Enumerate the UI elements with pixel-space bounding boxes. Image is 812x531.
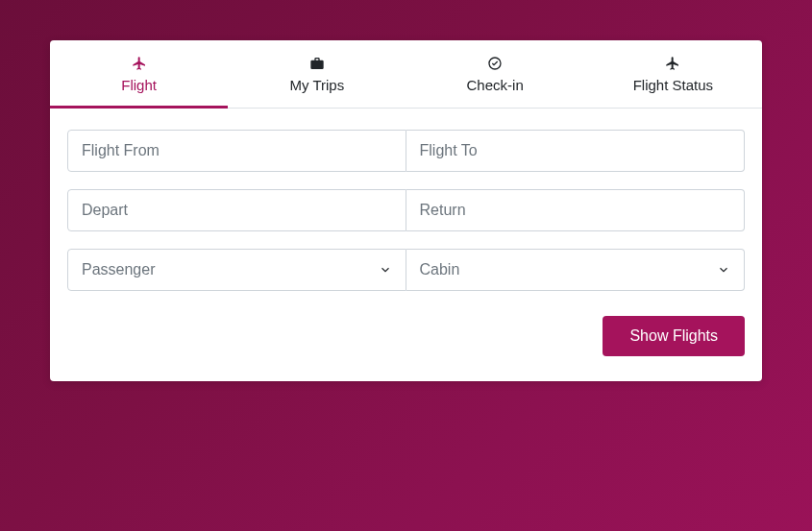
chevron-down-icon — [717, 263, 730, 277]
return-input[interactable] — [406, 189, 746, 231]
booking-card: Flight My Trips Check-in Flight Status — [50, 40, 762, 381]
tab-my-trips[interactable]: My Trips — [228, 40, 406, 108]
tab-flight[interactable]: Flight — [50, 40, 228, 108]
passenger-control: Passenger — [67, 249, 406, 291]
cabin-control: Cabin — [406, 249, 746, 291]
briefcase-icon — [309, 56, 325, 71]
check-circle-icon — [487, 56, 503, 71]
dates-row — [67, 189, 745, 231]
tab-flight-status[interactable]: Flight Status — [584, 40, 762, 108]
flight-search-form: Passenger Cabin Show Flights — [50, 109, 762, 381]
passenger-label: Passenger — [82, 261, 156, 278]
flight-to-input[interactable] — [406, 130, 746, 172]
to-control — [406, 130, 746, 172]
plane-icon — [665, 56, 680, 71]
passenger-select[interactable]: Passenger — [67, 249, 406, 291]
from-control — [67, 130, 406, 172]
show-flights-button[interactable]: Show Flights — [603, 316, 745, 356]
plane-icon — [132, 56, 147, 71]
tab-label: Check-in — [467, 77, 524, 93]
chevron-down-icon — [379, 263, 392, 277]
actions-row: Show Flights — [67, 316, 745, 356]
tab-label: Flight Status — [633, 77, 713, 93]
cabin-label: Cabin — [420, 261, 460, 278]
route-row — [67, 130, 745, 172]
cabin-select[interactable]: Cabin — [406, 249, 746, 291]
tab-label: My Trips — [290, 77, 345, 93]
tabs: Flight My Trips Check-in Flight Status — [50, 40, 762, 109]
tab-label: Flight — [121, 77, 157, 93]
return-control — [406, 189, 746, 231]
depart-control — [67, 189, 406, 231]
options-row: Passenger Cabin — [67, 249, 745, 291]
flight-from-input[interactable] — [67, 130, 406, 172]
depart-input[interactable] — [67, 189, 406, 231]
tab-check-in[interactable]: Check-in — [406, 40, 584, 108]
